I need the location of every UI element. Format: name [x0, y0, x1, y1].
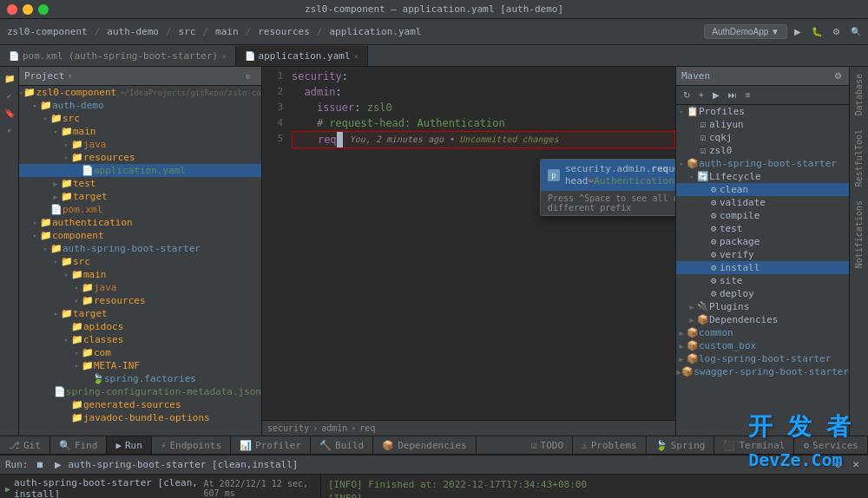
- tree-item-spring-meta[interactable]: 📄 spring-configuration-metadata.json: [19, 385, 261, 398]
- breadcrumb-src[interactable]: src: [175, 24, 200, 39]
- structure-btn[interactable]: ⚡: [2, 122, 17, 138]
- run-stop-btn[interactable]: ⏹: [32, 458, 48, 471]
- maven-module-common[interactable]: ▶ 📦 common: [676, 326, 849, 339]
- maven-profile-zsl0[interactable]: ☑ zsl0: [676, 144, 849, 157]
- bottom-tab-find[interactable]: 🔍 Find: [50, 436, 108, 454]
- tree-item-apidocs[interactable]: 📁 apidocs: [19, 320, 261, 333]
- maven-lifecycle-validate[interactable]: ⚙ validate: [676, 196, 849, 209]
- bottom-tab-build[interactable]: 🔨 Build: [311, 436, 373, 454]
- maven-profiles-folder[interactable]: ▾ 📋 Profiles: [676, 105, 849, 118]
- breadcrumb-file[interactable]: application.yaml: [326, 24, 424, 39]
- maven-module-swagger[interactable]: ▶ 📦 swagger-spring-boot-starter: [676, 365, 849, 378]
- maven-deps-folder[interactable]: ▶ 📦 Dependencies: [676, 313, 849, 326]
- git-branch-button[interactable]: AuthDemoApp ▼: [704, 24, 787, 39]
- run-close-btn[interactable]: ✕: [849, 458, 863, 471]
- bottom-tab-git[interactable]: ⎇ Git: [0, 436, 50, 454]
- tree-item-pom-xml[interactable]: 📄 pom.xml: [19, 203, 261, 216]
- breadcrumb-resources[interactable]: resources: [254, 24, 313, 39]
- bottom-tab-services[interactable]: ⚙ Services: [794, 436, 868, 454]
- maven-settings-btn[interactable]: ⚙: [832, 71, 844, 81]
- terminal-icon: ⬛: [723, 440, 735, 451]
- commit-btn[interactable]: ✓: [2, 88, 17, 103]
- minimize-button[interactable]: [23, 4, 33, 15]
- maven-module-auth-spring[interactable]: ▾ 📦 auth-spring-boot-starter: [676, 157, 849, 170]
- maven-module-custom[interactable]: ▶ 📦 custom_box: [676, 339, 849, 352]
- tree-item-resources2[interactable]: ▾ 📁 resources: [19, 294, 261, 307]
- tree-item-src[interactable]: ▾ 📁 src: [19, 112, 261, 125]
- maven-run-btn[interactable]: ▶: [709, 88, 723, 102]
- debug-button[interactable]: 🐛: [808, 25, 825, 38]
- tree-item-resources[interactable]: ▾ 📁 resources: [19, 151, 261, 164]
- maven-refresh-btn[interactable]: ↻: [680, 88, 694, 102]
- bottom-tab-todo[interactable]: ☑ TODO: [523, 436, 573, 454]
- bookmark-btn[interactable]: 🔖: [2, 105, 17, 121]
- tree-item-java[interactable]: ▾ 📁 java: [19, 138, 261, 151]
- tree-item-java2[interactable]: ▾ 📁 java: [19, 281, 261, 294]
- tab-close-pom[interactable]: ✕: [221, 52, 226, 61]
- bottom-tab-profiler[interactable]: 📊 Profiler: [231, 436, 311, 454]
- maven-add-btn[interactable]: +: [695, 88, 707, 102]
- tree-item-test[interactable]: ▶ 📁 test: [19, 177, 261, 190]
- bottom-tab-terminal[interactable]: ⬛ Terminal: [714, 436, 794, 454]
- maven-profile-aliyun[interactable]: ☑ aliyun: [676, 118, 849, 131]
- project-view-btn[interactable]: 📁: [2, 70, 17, 86]
- tree-item-com[interactable]: ▾ 📁 com: [19, 346, 261, 359]
- tree-item-auth-spring[interactable]: ▾ 📁 auth-spring-boot-starter: [19, 242, 261, 255]
- restful-label[interactable]: RestfulTool: [854, 126, 864, 190]
- maven-toggle-btn[interactable]: ≡: [742, 88, 754, 102]
- notifications-label[interactable]: Notifications: [854, 197, 864, 272]
- tree-item-root[interactable]: ▾ 📁 zsl0-component ~/IdeaProjects/gitRep…: [19, 86, 261, 99]
- tree-item-authentication[interactable]: ▾ 📁 authentication: [19, 216, 261, 229]
- tree-item-component[interactable]: ▾ 📁 component: [19, 229, 261, 242]
- search-button[interactable]: 🔍: [847, 25, 865, 38]
- tree-item-generated[interactable]: 📁 generated-sources: [19, 398, 261, 411]
- maven-lifecycle-install[interactable]: ⚙ install: [676, 261, 849, 274]
- tab-pom-xml[interactable]: 📄 pom.xml (auth-spring-boot-starter) ✕: [0, 46, 236, 66]
- tree-item-src2[interactable]: ▾ 📁 src: [19, 255, 261, 268]
- tree-item-application-yaml[interactable]: 📄 application.yaml: [19, 164, 261, 177]
- tree-item-target[interactable]: ▶ 📁 target: [19, 190, 261, 203]
- maven-lifecycle-package[interactable]: ⚙ package: [676, 235, 849, 248]
- bottom-tab-spring[interactable]: 🍃 Spring: [647, 436, 715, 454]
- tree-icon: 📁: [40, 230, 52, 241]
- tree-item-main2[interactable]: ▾ 📁 main: [19, 268, 261, 281]
- maven-lifecycle-clean[interactable]: ⚙ clean: [676, 183, 849, 196]
- tab-close-yaml[interactable]: ✕: [354, 52, 358, 61]
- code-editor[interactable]: security: admin: issuer: zsl0 # request-…: [288, 67, 675, 420]
- bottom-tab-endpoints[interactable]: ⚡ Endpoints: [152, 436, 231, 454]
- maven-lifecycle-folder[interactable]: ▾ 🔄 Lifecycle: [676, 170, 849, 183]
- breadcrumb-project[interactable]: zsl0-component: [3, 24, 91, 39]
- maven-lifecycle-compile[interactable]: ⚙ compile: [676, 209, 849, 222]
- close-button[interactable]: [7, 4, 17, 15]
- run-settings-btn[interactable]: ⚙: [831, 458, 845, 471]
- maven-module-log[interactable]: ▶ 📦 log-spring-boot-starter: [676, 352, 849, 365]
- breadcrumb-module[interactable]: auth-demo: [103, 24, 162, 39]
- maven-skip-btn[interactable]: ⏭: [725, 88, 740, 102]
- maven-lifecycle-verify[interactable]: ⚙ verify: [676, 248, 849, 261]
- maven-lifecycle-test[interactable]: ⚙ test: [676, 222, 849, 235]
- autocomplete-item[interactable]: p security.admin.request-head=Authentica…: [541, 160, 675, 191]
- bottom-tab-dependencies[interactable]: 📦 Dependencies: [373, 436, 476, 454]
- tree-item-auth-demo[interactable]: ▾ 📁 auth-demo: [19, 99, 261, 112]
- breadcrumb-main[interactable]: main: [212, 24, 242, 39]
- maven-profile-cqkj[interactable]: ☑ cqkj: [676, 131, 849, 144]
- project-gear-icon[interactable]: ⚙: [240, 69, 256, 84]
- bottom-tab-problems[interactable]: ⚠ Problems: [573, 436, 647, 454]
- maven-lifecycle-deploy[interactable]: ⚙ deploy: [676, 287, 849, 300]
- settings-button[interactable]: ⚙: [829, 25, 844, 38]
- tree-item-spring-factories[interactable]: 🍃 spring.factories: [19, 372, 261, 385]
- maven-lifecycle-site[interactable]: ⚙ site: [676, 274, 849, 287]
- tree-item-classes[interactable]: ▾ 📁 classes: [19, 333, 261, 346]
- maven-plugins-folder[interactable]: ▶ 🔌 Plugins: [676, 300, 849, 313]
- tab-application-yaml[interactable]: 📄 application.yaml ✕: [236, 46, 368, 66]
- run-rerun-btn[interactable]: ▶: [51, 458, 65, 471]
- tree-item-main[interactable]: ▾ 📁 main: [19, 125, 261, 138]
- bottom-tab-run[interactable]: ▶ Run: [107, 436, 152, 454]
- run-item-main[interactable]: ▶ auth-spring-boot-starter [clean, insta…: [0, 476, 320, 498]
- tree-item-target2[interactable]: ▾ 📁 target: [19, 307, 261, 320]
- tree-item-javadoc[interactable]: 📁 javadoc-bundle-options: [19, 411, 261, 424]
- run-button[interactable]: ▶: [791, 25, 805, 38]
- maximize-button[interactable]: [38, 4, 49, 15]
- database-label[interactable]: Database: [854, 70, 864, 119]
- tree-item-meta-inf[interactable]: ▾ 📁 META-INF: [19, 359, 261, 372]
